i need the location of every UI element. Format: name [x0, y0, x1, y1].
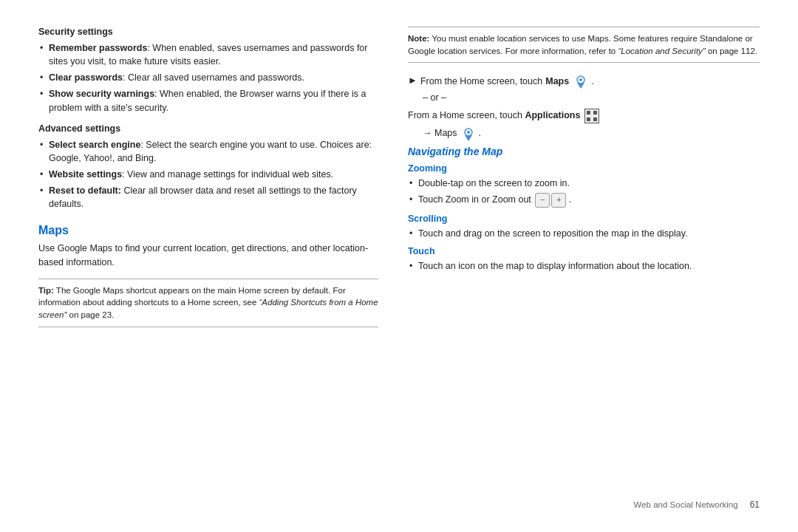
svg-point-1: [579, 78, 582, 81]
note-page: on page 112.: [706, 47, 757, 55]
bullet-text: : Clear all saved usernames and password…: [123, 72, 304, 83]
zoom-out-icon: −: [535, 193, 550, 208]
maps-icon-2: [461, 126, 476, 141]
zoom-period: .: [569, 194, 571, 205]
zoom-icons: − +: [535, 193, 566, 208]
advanced-bullets-list: Select search engine: Select the search …: [38, 138, 378, 211]
period2: .: [479, 128, 481, 138]
svg-marker-2: [577, 83, 584, 89]
tip-page: on page 23.: [66, 310, 114, 319]
note-italic: “Location and Security”: [618, 47, 705, 55]
list-item: Touch an icon on the map to display info…: [408, 259, 760, 273]
arrow-maps-line: → Maps .: [423, 126, 760, 141]
maps-description: Use Google Maps to find your current loc…: [38, 242, 378, 270]
footer: Web and Social Networking 61: [38, 494, 760, 510]
scrolling-heading: Scrolling: [408, 214, 760, 224]
list-item: Remember passwords: When enabled, saves …: [38, 41, 378, 68]
from-home-section: ► From the Home screen, touch Maps . – o…: [408, 73, 760, 140]
left-column: Security settings Remember passwords: Wh…: [38, 27, 378, 494]
page: Security settings Remember passwords: Wh…: [0, 0, 798, 532]
security-settings-heading: Security settings: [38, 27, 378, 37]
zoom-text: Touch Zoom in or Zoom out: [418, 194, 531, 205]
zoom-in-icon: +: [551, 193, 566, 208]
applications-icon: [584, 109, 599, 123]
period: .: [591, 74, 593, 89]
maps-icon: [573, 74, 588, 89]
scrolling-list: Touch and drag on the screen to repositi…: [408, 227, 760, 240]
from-home-text1: From the Home screen, touch: [420, 74, 542, 89]
bullet-term: Website settings: [49, 169, 122, 180]
list-item: Select search engine: Select the search …: [38, 138, 378, 165]
footer-page: 61: [750, 499, 760, 510]
svg-marker-9: [465, 135, 472, 141]
bullet-text: : View and manage settings for individua…: [122, 169, 333, 180]
columns: Security settings Remember passwords: Wh…: [38, 27, 760, 494]
advanced-settings-heading: Advanced settings: [38, 123, 378, 134]
list-item: Website settings: View and manage settin…: [38, 168, 378, 181]
bullet-term: Select search engine: [49, 140, 140, 150]
svg-rect-3: [587, 111, 590, 115]
zooming-heading: Zooming: [408, 163, 760, 174]
list-item: Show security warnings: When enabled, th…: [38, 87, 378, 114]
right-column: Note: You must enable location services …: [408, 27, 760, 494]
from-home-line2-container: From a Home screen, touch Applications: [408, 108, 760, 123]
bullet-term: Show security warnings: [49, 89, 154, 99]
svg-rect-4: [593, 111, 597, 115]
from-home-line1: ► From the Home screen, touch Maps .: [408, 73, 760, 89]
bullet-term: Clear passwords: [49, 72, 123, 83]
svg-rect-5: [587, 117, 590, 121]
or-line: – or –: [423, 90, 760, 105]
svg-rect-6: [593, 117, 597, 121]
arrow-maps-text: → Maps: [423, 128, 457, 138]
navigating-map-heading: Navigating the Map: [408, 146, 760, 157]
footer-label: Web and Social Networking: [634, 500, 738, 509]
from-home-text2: From a Home screen, touch: [408, 110, 525, 120]
note-box: Note: You must enable location services …: [408, 27, 760, 63]
tip-label: Tip:: [38, 286, 54, 295]
bullet-term: Remember passwords: [49, 43, 147, 53]
tip-box: Tip: The Google Maps shortcut appears on…: [38, 279, 378, 327]
applications-label: Applications: [525, 110, 580, 120]
zooming-list: Double-tap on the screen to zoom in. Tou…: [408, 177, 760, 208]
list-item: Touch Zoom in or Zoom out − + .: [408, 193, 760, 208]
touch-heading: Touch: [408, 246, 760, 256]
maps-heading: Maps: [38, 224, 378, 237]
note-label: Note:: [408, 34, 429, 43]
touch-list: Touch an icon on the map to display info…: [408, 259, 760, 273]
maps-label: Maps: [545, 74, 569, 89]
list-item: Double-tap on the screen to zoom in.: [408, 177, 760, 190]
svg-point-8: [467, 131, 470, 134]
list-item: Clear passwords: Clear all saved usernam…: [38, 71, 378, 84]
list-item: Touch and drag on the screen to repositi…: [408, 227, 760, 240]
arrow-icon: ►: [408, 73, 417, 89]
security-bullets-list: Remember passwords: When enabled, saves …: [38, 41, 378, 115]
list-item: Reset to default: Clear all browser data…: [38, 184, 378, 211]
bullet-term: Reset to default:: [49, 185, 121, 196]
